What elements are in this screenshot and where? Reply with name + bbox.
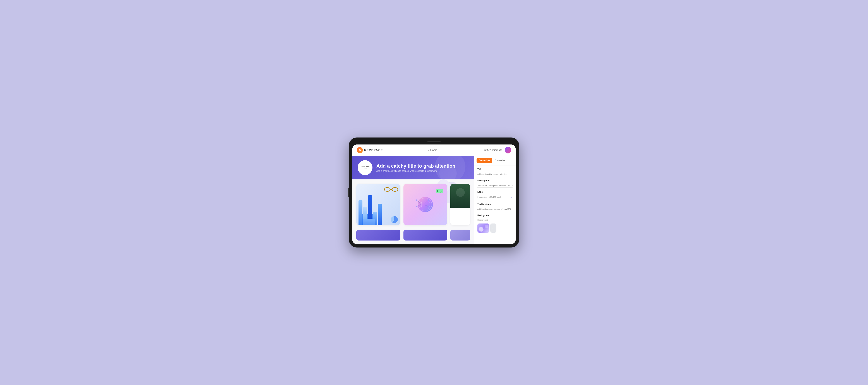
bg-next-arrow-button[interactable]: → [490, 224, 496, 233]
bottom-card-3 [451, 230, 470, 240]
tablet-notch [428, 141, 440, 142]
nav-logo: REVSPACE [357, 147, 383, 153]
nav-logo-text: REVSPACE [364, 148, 383, 152]
background-input-label: Background [477, 218, 513, 222]
glasses-icon [384, 186, 398, 194]
tablet-handle [348, 188, 349, 197]
nav-site-name: Untitled microsite [483, 149, 502, 152]
nav-breadcrumb: ‹ Home [428, 149, 437, 152]
logo-placeholder-text: Image size - 150x150 pixel [477, 196, 501, 198]
ai-tag: AIPrompts [436, 189, 443, 193]
customer-logo: CUSTOMER LOGO [358, 160, 372, 175]
svg-line-9 [424, 200, 428, 203]
main-area: CUSTOMER LOGO Add a catchy title to grab… [352, 156, 516, 244]
panel-section-description: Description [477, 179, 513, 188]
panel-label-background: Background [477, 214, 513, 217]
card-product-tour[interactable]: AIPrompts PRODUCT TOUR Self-Guided Produ… [403, 184, 447, 225]
customer-logo-text-line2: LOGO [363, 168, 367, 170]
nav-home-link[interactable]: Home [430, 149, 437, 152]
bottom-cards [352, 230, 474, 244]
banner-subtitle: Add a short description to connect with … [376, 170, 455, 172]
panel-section-title: Title [477, 168, 513, 176]
revspace-logo-icon [357, 147, 363, 153]
description-input[interactable] [477, 183, 513, 188]
brain-sphere [417, 197, 433, 212]
svg-line-2 [384, 189, 384, 189]
panel-label-description: Description [477, 179, 513, 182]
create-site-button[interactable]: Create Site [476, 158, 492, 163]
navbar: REVSPACE ‹ Home Untitled microsite [352, 145, 516, 156]
svg-point-13 [428, 200, 429, 201]
logo-upload-row[interactable]: Image size - 150x150 pixel → [477, 195, 513, 200]
bottom-card-2 [403, 230, 447, 240]
panel-section-text-display: Text to display [477, 203, 513, 211]
nav-right-area: Untitled microsite [483, 147, 511, 153]
customer-logo-text-line1: CUSTOMER [361, 166, 369, 168]
card-tour-image: AIPrompts [403, 184, 447, 225]
nav-back-arrow[interactable]: ‹ [428, 149, 429, 151]
svg-point-12 [416, 206, 417, 207]
banner-text-block: Add a catchy title to grab attention Add… [376, 163, 455, 172]
card-partial-body [451, 208, 470, 225]
panel-label-text-display: Text to display [477, 203, 513, 205]
panel-label-logo: Logo [477, 191, 513, 193]
background-preview: → [477, 224, 513, 233]
panel-content: Title Description Logo Image size - 150x… [474, 166, 516, 244]
right-panel: Create Site Customize Title Description [474, 156, 516, 244]
svg-point-11 [416, 200, 417, 201]
tablet-screen: REVSPACE ‹ Home Untitled microsite [352, 145, 516, 244]
svg-line-3 [398, 189, 398, 189]
panel-section-logo: Logo Image size - 150x150 pixel → [477, 191, 513, 200]
banner-title: Add a catchy title to grab attention [376, 163, 455, 169]
panel-section-background: Background Background → [477, 214, 513, 233]
svg-point-14 [428, 206, 429, 207]
card-roi-calculator[interactable]: ROI CALCULATOR The Total Economic Impact [356, 184, 400, 225]
avatar [505, 147, 511, 153]
content-area: CUSTOMER LOGO Add a catchy title to grab… [352, 156, 474, 244]
customize-button[interactable]: Customize [494, 158, 506, 163]
text-display-input[interactable] [477, 207, 513, 211]
cards-grid: ROI CALCULATOR The Total Economic Impact [356, 184, 470, 225]
cards-grid-area: ROI CALCULATOR The Total Economic Impact [352, 179, 474, 230]
svg-line-8 [416, 205, 421, 207]
site-banner: CUSTOMER LOGO Add a catchy title to grab… [352, 156, 474, 179]
logo-arrow-icon[interactable]: → [509, 195, 513, 199]
panel-label-title: Title [477, 168, 513, 171]
card-partial [451, 184, 470, 225]
bottom-card-1 [356, 230, 400, 240]
card-partial-image [451, 184, 470, 208]
title-input[interactable] [477, 172, 513, 176]
tablet-device: REVSPACE ‹ Home Untitled microsite [349, 138, 519, 247]
svg-point-0 [360, 150, 360, 151]
panel-toolbar: Create Site Customize [474, 156, 516, 166]
card-roi-image [356, 184, 400, 225]
bg-preview-option-1[interactable] [477, 224, 489, 233]
svg-line-7 [416, 200, 421, 203]
